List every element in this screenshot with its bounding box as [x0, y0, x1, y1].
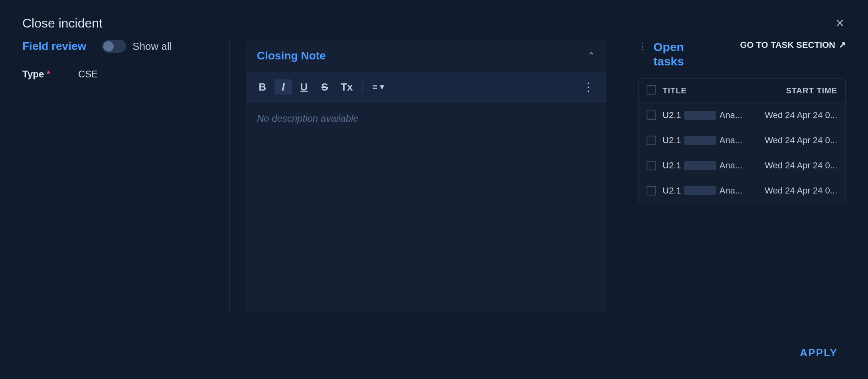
task-name-blur-3 [684, 161, 716, 170]
task-title-cell-2: U2.1 Ana... [663, 135, 750, 146]
chevron-up-icon[interactable]: ⌃ [588, 51, 595, 61]
field-row-type: Type * CSE [22, 69, 213, 80]
task-title-cell-3: U2.1 Ana... [663, 160, 750, 171]
task-checkbox-1[interactable] [647, 111, 656, 120]
show-all-toggle[interactable] [102, 40, 126, 53]
editor-placeholder: No description available [257, 113, 359, 124]
go-to-task-section-button[interactable]: GO TO TASK SECTION ↗ [740, 40, 846, 50]
field-label-type: Type * [22, 69, 70, 80]
task-title-cell-4: U2.1 Ana... [663, 186, 750, 196]
editor-toolbar: B I U S Tx ≡ ▾ ⋮ [246, 72, 606, 102]
task-name-suffix-2: Ana... [719, 135, 742, 146]
col-start-time-header: START TIME [750, 86, 837, 95]
field-value-type: CSE [78, 69, 98, 80]
tasks-table-header: TITLE START TIME [639, 79, 845, 103]
show-all-container: Show all [102, 40, 172, 53]
task-checkbox-3[interactable] [647, 161, 656, 170]
toolbar-separator [362, 81, 363, 93]
close-incident-modal: Close incident × Field review Show all T… [0, 0, 868, 379]
task-id-4: U2.1 [663, 186, 681, 196]
closing-note-panel: Closing Note ⌃ B I U S Tx ≡ ▾ ⋮ [230, 40, 622, 312]
table-row: U2.1 Ana... Wed 24 Apr 24 0... [639, 153, 845, 178]
modal-footer: APPLY [0, 335, 868, 379]
tasks-table: TITLE START TIME U2.1 Ana... Wed 24 Apr … [638, 78, 846, 203]
task-start-time-2: Wed 24 Apr 24 0... [750, 135, 837, 146]
closing-note-title: Closing Note [257, 49, 326, 62]
task-start-time-3: Wed 24 Apr 24 0... [750, 160, 837, 171]
header-checkbox-col [647, 85, 663, 96]
go-to-task-label: GO TO TASK SECTION [740, 40, 835, 50]
strikethrough-button[interactable]: S [316, 79, 333, 95]
task-name-suffix-3: Ana... [719, 160, 742, 171]
clear-format-button[interactable]: Tx [337, 79, 357, 95]
task-start-time-1: Wed 24 Apr 24 0... [750, 110, 837, 120]
apply-button[interactable]: APPLY [792, 343, 846, 363]
tasks-header-row: ⋮ Opentasks GO TO TASK SECTION ↗ [638, 40, 846, 69]
modal-header: Close incident × [0, 0, 868, 40]
modal-body: Field review Show all Type * CSE Closing… [0, 40, 868, 335]
table-row: U2.1 Ana... Wed 24 Apr 24 0... [639, 103, 845, 128]
list-dropdown-icon: ▾ [380, 82, 384, 92]
task-id-2: U2.1 [663, 135, 681, 146]
task-name-suffix-4: Ana... [719, 186, 742, 196]
editor-content[interactable]: No description available [246, 102, 606, 312]
task-name-blur-1 [684, 111, 716, 120]
task-start-time-4: Wed 24 Apr 24 0... [750, 186, 837, 196]
task-id-1: U2.1 [663, 110, 681, 120]
modal-title: Close incident [22, 16, 103, 31]
task-name-blur-4 [684, 186, 716, 195]
table-row: U2.1 Ana... Wed 24 Apr 24 0... [639, 128, 845, 153]
task-name-suffix-1: Ana... [719, 110, 742, 120]
italic-button[interactable]: I [274, 79, 292, 95]
list-icon: ≡ [372, 82, 377, 92]
external-link-icon: ↗ [838, 40, 846, 50]
more-options-button[interactable]: ⋮ [579, 78, 598, 96]
show-all-label: Show all [132, 40, 172, 53]
col-title-header: TITLE [663, 86, 750, 95]
task-name-blur-2 [684, 136, 716, 145]
task-id-3: U2.1 [663, 160, 681, 171]
editor-container: B I U S Tx ≡ ▾ ⋮ No description availabl… [246, 72, 606, 312]
task-checkbox-4[interactable] [647, 186, 656, 195]
table-row: U2.1 Ana... Wed 24 Apr 24 0... [639, 178, 845, 203]
toggle-knob [103, 41, 114, 51]
header-checkbox[interactable] [647, 85, 656, 95]
field-review-header: Field review Show all [22, 40, 213, 53]
drag-handle-icon: ⋮ [638, 41, 647, 52]
field-review-title: Field review [22, 40, 86, 53]
bold-button[interactable]: B [254, 79, 271, 95]
tasks-header-left: ⋮ Opentasks [638, 40, 684, 69]
task-title-cell-1: U2.1 Ana... [663, 110, 750, 120]
open-tasks-title: Opentasks [653, 40, 684, 69]
tasks-panel: ⋮ Opentasks GO TO TASK SECTION ↗ TITLE S… [622, 40, 846, 312]
list-button[interactable]: ≡ ▾ [368, 79, 388, 95]
underline-button[interactable]: U [295, 79, 313, 95]
field-required-marker: * [44, 69, 50, 79]
closing-note-header: Closing Note ⌃ [246, 40, 606, 72]
field-review-panel: Field review Show all Type * CSE [22, 40, 230, 312]
close-button[interactable]: × [834, 14, 846, 32]
task-checkbox-2[interactable] [647, 136, 656, 145]
